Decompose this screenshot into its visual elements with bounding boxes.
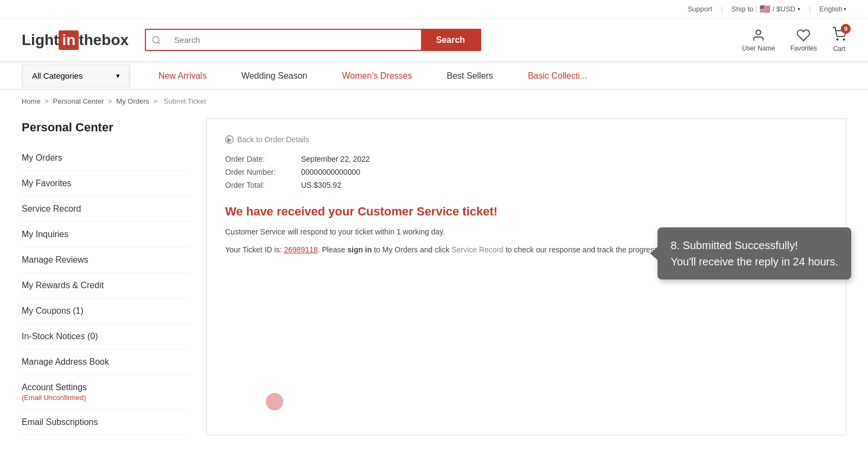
- nav-link-basic-collection[interactable]: Basic Collecti...: [510, 71, 604, 81]
- logo-light: Light: [22, 31, 59, 49]
- sign-in-link[interactable]: sign in: [347, 245, 372, 254]
- sidebar-item-sub-email-unconfirmed: (Email Unconfirmed): [22, 393, 190, 402]
- sidebar-item-email-subscriptions[interactable]: Email Subscriptions: [22, 410, 190, 435]
- page-content: Personal Center My Orders My Favorites S…: [0, 113, 868, 457]
- sidebar: Personal Center My Orders My Favorites S…: [22, 118, 206, 435]
- breadcrumb: Home > Personal Center > My Orders > Sub…: [0, 90, 868, 113]
- all-categories-chevron-icon: ▾: [116, 72, 120, 80]
- nav-links: New Arrivals Wedding Season Women's Dres…: [141, 71, 604, 81]
- svg-point-3: [837, 39, 838, 40]
- ticket-intro: Your Ticket ID is:: [225, 245, 284, 254]
- cart-badge: 9: [841, 24, 851, 34]
- sidebar-item-my-rewards[interactable]: My Rewards & Credit: [22, 273, 190, 298]
- svg-line-1: [158, 42, 160, 43]
- tooltip-line1: 8. Submitted Successfully!: [671, 237, 838, 253]
- nav-link-new-arrivals[interactable]: New Arrivals: [141, 71, 224, 81]
- svg-point-4: [844, 39, 845, 40]
- order-total-label: Order Total:: [225, 181, 301, 189]
- breadcrumb-sep3: >: [154, 97, 159, 105]
- order-number-row: Order Number: 00000000000000: [225, 168, 827, 176]
- support-link[interactable]: Support: [687, 5, 712, 13]
- divider2: |: [809, 5, 810, 13]
- svg-point-0: [152, 36, 159, 43]
- ship-to: Ship to : 🇺🇸 / $USD ▾: [731, 4, 800, 14]
- svg-point-2: [756, 30, 761, 35]
- logo-thebox: thebox: [79, 31, 129, 49]
- tooltip-bubble: 8. Submitted Successfully! You'll receiv…: [658, 227, 851, 280]
- breadcrumb-sep2: >: [108, 97, 114, 105]
- logo[interactable]: Lightinthebox: [22, 30, 129, 50]
- service-record-ref: Service Record: [451, 245, 503, 254]
- favorites-icon: [796, 28, 810, 42]
- language-selector[interactable]: English ▾: [819, 5, 846, 13]
- flag-icon: 🇺🇸: [760, 4, 770, 14]
- order-number-value: 00000000000000: [301, 168, 360, 176]
- order-details: Order Date: September 22, 2022 Order Num…: [225, 155, 827, 189]
- breadcrumb-sep1: >: [44, 97, 50, 105]
- all-categories-label: All Categories: [32, 71, 82, 80]
- breadcrumb-my-orders[interactable]: My Orders: [116, 97, 149, 105]
- language-chevron-icon: ▾: [844, 6, 846, 12]
- header: Lightinthebox Search User Name Favorites: [0, 18, 868, 62]
- sidebar-item-service-record[interactable]: Service Record: [22, 196, 190, 222]
- ticket-post: to My Orders and click: [372, 245, 451, 254]
- sidebar-item-account-settings[interactable]: Account Settings (Email Unconfirmed): [22, 375, 190, 410]
- order-total-row: Order Total: US $305.92: [225, 181, 827, 189]
- sidebar-item-in-stock-notices[interactable]: In-Stock Notices (0): [22, 324, 190, 350]
- sidebar-item-manage-reviews[interactable]: Manage Reviews: [22, 247, 190, 273]
- cart-label: Cart: [833, 45, 846, 53]
- breadcrumb-personal-center[interactable]: Personal Center: [53, 97, 104, 105]
- sidebar-item-my-coupons[interactable]: My Coupons (1): [22, 298, 190, 324]
- back-arrow-icon: ▶: [225, 135, 234, 144]
- search-input[interactable]: [167, 30, 421, 50]
- currency-chevron-icon[interactable]: ▾: [797, 6, 800, 12]
- nav-bar: All Categories ▾ New Arrivals Wedding Se…: [0, 62, 868, 90]
- search-icon-wrap: [146, 30, 167, 50]
- search-icon: [151, 35, 161, 45]
- ticket-id-link[interactable]: 26989118: [284, 245, 317, 254]
- favorites-action[interactable]: Favorites: [790, 28, 817, 52]
- username-label: User Name: [742, 45, 775, 52]
- logo-in: in: [59, 30, 79, 50]
- favorites-label: Favorites: [790, 45, 817, 52]
- divider1: |: [721, 5, 723, 13]
- nav-link-best-sellers[interactable]: Best Sellers: [430, 71, 510, 81]
- top-bar: Support | Ship to : 🇺🇸 / $USD ▾ | Englis…: [0, 0, 868, 18]
- main-content: ▶ Back to Order Details Order Date: Sept…: [206, 118, 846, 435]
- order-date-row: Order Date: September 22, 2022: [225, 155, 827, 163]
- tooltip-line2: You'll receive the reply in 24 hours.: [671, 253, 838, 270]
- order-total-value: US $305.92: [301, 181, 341, 189]
- cart-action[interactable]: 9 Cart: [832, 27, 846, 53]
- back-to-order-details-link[interactable]: ▶ Back to Order Details: [225, 135, 827, 144]
- header-actions: User Name Favorites 9 Cart: [742, 27, 846, 53]
- search-button[interactable]: Search: [421, 30, 480, 50]
- order-number-label: Order Number:: [225, 168, 301, 176]
- order-date-label: Order Date:: [225, 155, 301, 163]
- user-action[interactable]: User Name: [742, 28, 775, 52]
- nav-link-womens-dresses[interactable]: Women's Dresses: [324, 71, 429, 81]
- search-bar: Search: [145, 29, 481, 51]
- sidebar-item-my-orders[interactable]: My Orders: [22, 145, 190, 171]
- nav-link-wedding-season[interactable]: Wedding Season: [224, 71, 325, 81]
- breadcrumb-submit-ticket: Submit Ticket: [164, 97, 206, 105]
- order-date-value: September 22, 2022: [301, 155, 370, 163]
- breadcrumb-home[interactable]: Home: [22, 97, 41, 105]
- sidebar-item-manage-address[interactable]: Manage Address Book: [22, 350, 190, 375]
- ticket-mid: . Please: [318, 245, 347, 254]
- sidebar-item-my-inquiries[interactable]: My Inquiries: [22, 222, 190, 247]
- tooltip-arrow: [650, 247, 658, 260]
- sidebar-item-my-favorites[interactable]: My Favorites: [22, 171, 190, 196]
- success-message: We have received your Customer Service t…: [225, 205, 827, 219]
- sidebar-title: Personal Center: [22, 118, 190, 135]
- all-categories-button[interactable]: All Categories ▾: [22, 65, 130, 87]
- user-icon: [751, 28, 765, 42]
